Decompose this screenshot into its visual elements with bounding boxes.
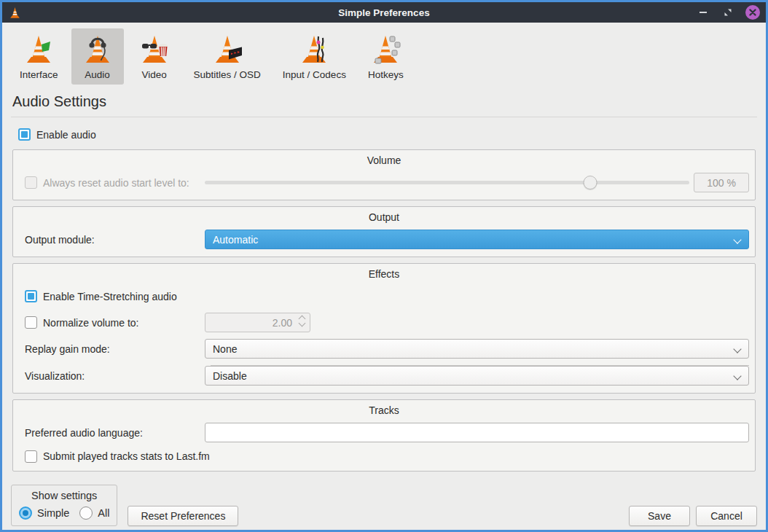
toolbar-item-label: Interface	[20, 69, 58, 80]
lastfm-checkbox[interactable]: Submit played tracks stats to Last.fm	[19, 450, 210, 463]
visualization-value: Disable	[213, 370, 247, 382]
show-settings-group: Show settings Simple All	[11, 485, 117, 526]
heading-divider	[11, 117, 757, 117]
toolbar-item-label: Audio	[85, 69, 110, 80]
toolbar-item-video[interactable]: Video	[128, 28, 181, 85]
radio-icon	[19, 506, 32, 520]
page-title: Audio Settings	[12, 93, 757, 110]
vlc-logo-icon	[8, 4, 23, 20]
radio-all[interactable]: All	[79, 506, 109, 520]
output-module-value: Automatic	[213, 234, 258, 246]
cancel-button[interactable]: Cancel	[696, 506, 757, 526]
radio-icon	[79, 506, 93, 520]
close-button[interactable]	[745, 5, 760, 20]
visualization-label: Visualization:	[25, 370, 85, 382]
time-stretching-label: Enable Time-Stretching audio	[43, 291, 177, 302]
time-stretching-checkbox[interactable]: Enable Time-Stretching audio	[19, 290, 177, 302]
interface-cone-icon	[21, 32, 56, 67]
effects-group-title: Effects	[19, 266, 749, 286]
enable-audio-label: Enable audio	[36, 129, 96, 141]
checkbox-icon	[25, 316, 37, 329]
output-module-dropdown[interactable]: Automatic	[205, 230, 749, 249]
save-button[interactable]: Save	[629, 506, 690, 526]
lastfm-label: Submit played tracks stats to Last.fm	[43, 450, 210, 462]
minimize-button[interactable]	[696, 5, 710, 20]
normalize-volume-spinbox[interactable]: 2.00	[205, 313, 310, 332]
enable-audio-checkbox[interactable]: Enable audio	[18, 128, 757, 141]
normalize-volume-checkbox[interactable]: Normalize volume to:	[25, 316, 205, 329]
tracks-group-title: Tracks	[19, 402, 749, 423]
replay-gain-label: Replay gain mode:	[25, 343, 110, 355]
chevron-down-icon	[733, 372, 741, 380]
toolbar-item-label: Hotkeys	[368, 69, 404, 80]
content-area: InterfaceAudioVideoSubtitles / OSDInput …	[2, 23, 766, 532]
toolbar-item-label: Input / Codecs	[283, 69, 346, 80]
codecs-cone-icon	[297, 32, 332, 67]
output-module-label: Output module:	[25, 234, 95, 246]
normalize-volume-value: 2.00	[273, 317, 292, 329]
toolbar-item-input-codecs[interactable]: Input / Codecs	[274, 28, 355, 85]
volume-group-title: Volume	[19, 152, 749, 173]
preferred-language-label: Preferred audio language:	[25, 427, 143, 439]
close-icon	[749, 9, 756, 16]
spinner-arrows-icon[interactable]	[299, 316, 305, 326]
chevron-down-icon	[733, 235, 741, 243]
checkbox-icon	[18, 128, 31, 141]
toolbar-item-hotkeys[interactable]: Hotkeys	[359, 28, 412, 85]
preferences-toolbar: InterfaceAudioVideoSubtitles / OSDInput …	[11, 23, 757, 86]
reset-preferences-button[interactable]: Reset Preferences	[128, 506, 238, 526]
audio-cone-icon	[80, 32, 115, 67]
toolbar-item-audio[interactable]: Audio	[71, 28, 124, 85]
hotkeys-cone-icon	[368, 32, 403, 67]
titlebar: Simple Preferences	[2, 2, 766, 23]
visualization-dropdown[interactable]: Disable	[205, 366, 749, 386]
volume-slider-track	[205, 181, 689, 184]
preferred-language-input[interactable]	[205, 423, 749, 442]
footer: Show settings Simple All Reset Preferenc…	[11, 477, 757, 532]
toolbar-item-label: Video	[141, 69, 166, 80]
radio-simple-label: Simple	[37, 507, 69, 519]
checkbox-icon	[25, 450, 37, 463]
reset-volume-label: Always reset audio start level to:	[43, 177, 189, 189]
restore-icon	[724, 8, 732, 17]
checkbox-icon	[25, 176, 37, 189]
video-cone-icon	[137, 32, 172, 67]
volume-level-value: 100 %	[707, 177, 736, 189]
simple-preferences-window: Simple Preferences InterfaceAudioVideoSu…	[0, 0, 768, 532]
checkbox-icon	[25, 290, 37, 302]
subtitles-cone-icon	[210, 32, 245, 67]
volume-slider-handle[interactable]	[583, 176, 597, 189]
reset-volume-checkbox[interactable]: Always reset audio start level to:	[25, 176, 205, 189]
volume-group: Volume Always reset audio start level to…	[12, 149, 756, 200]
volume-slider[interactable]	[205, 173, 689, 192]
window-title: Simple Preferences	[2, 7, 766, 18]
chevron-down-icon	[733, 345, 741, 353]
restore-button[interactable]	[721, 5, 735, 20]
toolbar-item-label: Subtitles / OSD	[194, 69, 261, 80]
normalize-volume-label: Normalize volume to:	[43, 317, 139, 329]
radio-simple[interactable]: Simple	[19, 506, 69, 520]
tracks-group: Tracks Preferred audio language: Submit …	[12, 399, 756, 472]
effects-group: Effects Enable Time-Stretching audio Nor…	[12, 263, 756, 394]
replay-gain-dropdown[interactable]: None	[205, 339, 749, 359]
radio-all-label: All	[98, 507, 109, 519]
output-group-title: Output	[19, 209, 749, 230]
toolbar-item-subtitles-osd[interactable]: Subtitles / OSD	[185, 28, 270, 85]
replay-gain-value: None	[213, 343, 237, 355]
volume-level-field[interactable]: 100 %	[694, 173, 749, 192]
output-group: Output Output module: Automatic	[12, 206, 756, 257]
toolbar-item-interface[interactable]: Interface	[11, 28, 67, 85]
show-settings-title: Show settings	[19, 488, 109, 506]
